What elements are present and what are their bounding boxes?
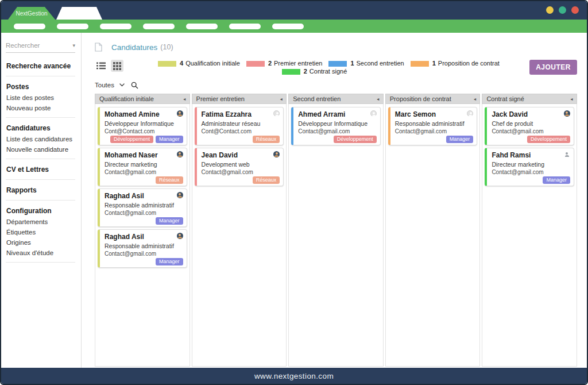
collapse-column-icon[interactable]: ◄ xyxy=(183,97,187,101)
window-controls xyxy=(546,6,579,14)
sidebar-item-liste-des-postes[interactable]: Liste des postes xyxy=(6,93,81,103)
nav-pill-3[interactable] xyxy=(100,24,131,29)
secondary-tab[interactable] xyxy=(56,7,103,20)
avatar-icon xyxy=(177,233,183,239)
candidate-name: Jean David xyxy=(202,151,280,159)
sidebar-item-étiquettes[interactable]: Étiquettes xyxy=(6,227,81,237)
legend-count: 4 xyxy=(180,60,183,67)
legend-swatch xyxy=(282,69,300,75)
page-title[interactable]: Candidatures xyxy=(111,43,157,52)
tag-list: DéveloppementManager xyxy=(105,136,183,143)
filter-dropdown[interactable]: Toutes xyxy=(95,82,114,88)
board-column-2: Premier entretien◄Fatima EzzahraAdminist… xyxy=(192,94,287,367)
tag[interactable]: Manager xyxy=(156,258,183,265)
sidebar-item-départements[interactable]: Départements xyxy=(6,217,81,227)
sidebar-item-postes[interactable]: Postes xyxy=(6,80,81,93)
sidebar-item-nouveau-poste[interactable]: Nouveau poste xyxy=(6,103,81,113)
sidebar-item-cv-et-lettres[interactable]: CV et Lettres xyxy=(6,163,81,175)
nav-pill-1[interactable] xyxy=(14,24,45,29)
legend-line: 2Contrat signé xyxy=(158,68,471,75)
sidebar-item-rapports[interactable]: Rapports xyxy=(6,184,81,196)
list-view-icon[interactable] xyxy=(95,60,107,72)
legend-count: 1 xyxy=(432,60,436,67)
title-row: Candidatures (10) xyxy=(95,41,577,53)
collapse-column-icon[interactable]: ◄ xyxy=(473,97,477,101)
avatar-icon xyxy=(273,110,280,117)
candidate-role: Responsable administratif xyxy=(105,202,183,209)
column-body: Fatima EzzahraAdministrateur réseauCont@… xyxy=(192,104,287,367)
candidate-card[interactable]: Jack DavidChef de produitContact@gmail.c… xyxy=(485,107,574,145)
column-header[interactable]: Proposition de contrat◄ xyxy=(385,94,481,104)
sidebar-item-liste-des-candidatures[interactable]: Liste des candidatures xyxy=(6,134,81,144)
candidate-email: Contact@gmail.com xyxy=(105,251,183,257)
nav-pill-7[interactable] xyxy=(272,24,304,29)
document-icon xyxy=(95,43,102,52)
tag[interactable]: Réseaux xyxy=(253,136,280,143)
minimize-icon[interactable] xyxy=(546,6,554,14)
candidate-role: Administrateur réseau xyxy=(202,120,280,127)
tag[interactable]: Réseaux xyxy=(253,176,280,184)
add-button[interactable]: AJOUTER xyxy=(529,60,577,75)
column-header[interactable]: Premier entretien◄ xyxy=(192,94,287,104)
candidate-card[interactable]: Jean DavidDevelopment webContact@gmail.c… xyxy=(195,148,284,186)
collapse-column-icon[interactable]: ◄ xyxy=(376,97,380,101)
grid-view-icon[interactable] xyxy=(111,60,123,72)
candidate-card[interactable]: Mohamed NaserDirecteur marketingContact@… xyxy=(98,148,187,186)
column-title: Premier entretien xyxy=(196,95,245,102)
candidate-email: Cont@Contact.com xyxy=(105,128,183,134)
nav-pill-4[interactable] xyxy=(143,24,175,29)
legend-row: 4Qualification initiale2Premier entretie… xyxy=(95,60,577,75)
collapse-column-icon[interactable]: ◄ xyxy=(279,97,283,101)
tag[interactable]: Manager xyxy=(543,176,570,184)
tag[interactable]: Manager xyxy=(156,217,183,225)
maximize-icon[interactable] xyxy=(559,6,566,14)
candidate-card[interactable]: Raghad AsilResponsable administratifCont… xyxy=(98,229,187,268)
brand-tab[interactable]: NextGestion xyxy=(8,7,55,20)
footer: www.nextgestion.com xyxy=(1,368,587,384)
candidate-card[interactable]: Ahmed ArramiDéveloppeur InformatiqueCont… xyxy=(291,107,381,145)
sidebar-item-origines[interactable]: Origines xyxy=(6,237,81,248)
search-select[interactable]: Rechercher ▾ xyxy=(6,41,75,53)
tag[interactable]: Manager xyxy=(156,136,183,143)
tag[interactable]: Développement xyxy=(527,136,570,143)
sidebar: Rechercher ▾ Recherche avancéePostesList… xyxy=(1,33,82,368)
nav-pill-2[interactable] xyxy=(57,24,88,29)
column-body: Marc SemonResponsable administratifConta… xyxy=(385,104,481,367)
tag-list: Manager xyxy=(492,176,570,184)
sidebar-item-recherche-avancée[interactable]: Recherche avancée xyxy=(6,60,81,72)
candidate-role: Développeur Informatique xyxy=(105,120,183,127)
app-window: NextGestion Rechercher ▾ Recherche avanc… xyxy=(0,0,588,385)
footer-url[interactable]: www.nextgestion.com xyxy=(254,372,334,380)
search-icon[interactable] xyxy=(131,82,138,89)
candidate-card[interactable]: Fatima EzzahraAdministrateur réseauCont@… xyxy=(195,107,284,145)
nav-pill-6[interactable] xyxy=(229,24,261,29)
legend-item: 2Premier entretien xyxy=(246,60,323,67)
chevron-down-icon[interactable] xyxy=(119,83,125,87)
sidebar-divider xyxy=(6,200,75,201)
tag-list: Réseaux xyxy=(105,176,183,184)
tag[interactable]: Manager xyxy=(446,136,474,143)
tag[interactable]: Développement xyxy=(334,136,377,143)
candidate-email: Contact@gmail.com xyxy=(395,128,474,134)
tag-list: Manager xyxy=(105,217,183,225)
sidebar-item-niveaux-d'étude[interactable]: Niveaux d'étude xyxy=(6,248,81,258)
page-count: (10) xyxy=(160,43,173,51)
candidate-card[interactable]: Marc SemonResponsable administratifConta… xyxy=(388,107,478,145)
sidebar-item-candidatures[interactable]: Candidatures xyxy=(6,122,81,134)
avatar-icon xyxy=(177,110,183,117)
candidate-role: Chef de produit xyxy=(492,120,570,127)
column-header[interactable]: Second entretien◄ xyxy=(288,94,384,104)
close-icon[interactable] xyxy=(571,6,579,14)
collapse-column-icon[interactable]: ◄ xyxy=(570,97,574,101)
sidebar-item-configuration[interactable]: Configuration xyxy=(6,205,81,217)
column-header[interactable]: Qualification initiale◄ xyxy=(95,94,190,104)
column-header[interactable]: Contrat signé◄ xyxy=(482,94,577,104)
tag[interactable]: Réseaux xyxy=(156,176,183,184)
tag[interactable]: Développement xyxy=(110,136,153,143)
candidate-card[interactable]: Mohamed AmineDéveloppeur InformatiqueCon… xyxy=(98,107,187,145)
candidate-card[interactable]: Raghad AsilResponsable administratifCont… xyxy=(98,188,187,227)
nav-pill-5[interactable] xyxy=(186,24,218,29)
sidebar-item-nouvelle-candidature[interactable]: Nouvelle candidature xyxy=(6,144,81,155)
candidate-role: Directeur marketing xyxy=(105,161,183,168)
candidate-card[interactable]: Fahd RamsiDirecteur marketingContact@gma… xyxy=(485,148,574,186)
